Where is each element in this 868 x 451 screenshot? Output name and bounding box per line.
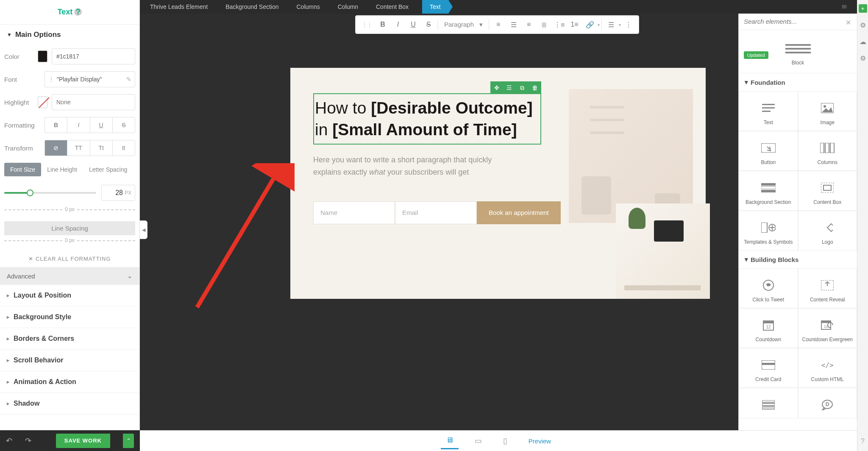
tb-italic-button[interactable]: I xyxy=(390,17,406,32)
transform-none-button[interactable]: ⊘ xyxy=(45,140,67,156)
move-icon[interactable]: ✥ xyxy=(490,81,503,94)
cloud-strip-icon[interactable]: ☁ xyxy=(860,38,866,46)
heading-text[interactable]: How to [Desirable Outcome]in [Small Amou… xyxy=(315,97,533,140)
paragraph-dropdown[interactable]: Paragraph ▾ xyxy=(440,21,487,28)
crumb-bg-section[interactable]: Background Section xyxy=(221,3,283,10)
accordion-scroll[interactable]: ▸Scroll Behavior xyxy=(0,350,139,371)
elem-templates[interactable]: Templates & Symbols xyxy=(739,211,798,251)
close-search-icon[interactable]: ✕ xyxy=(846,19,851,27)
duplicate-icon[interactable]: ⧉ xyxy=(516,81,529,94)
italic-button[interactable]: I xyxy=(67,117,89,133)
elem-more-2[interactable]: D xyxy=(798,388,857,418)
clear-formatting-button[interactable]: ✕ CLEAR ALL FORMATTING xyxy=(0,251,139,267)
tab-font-size[interactable]: Font Size xyxy=(4,163,41,176)
strike-button[interactable]: S xyxy=(112,117,135,133)
list-ol-icon[interactable]: 1≡ xyxy=(567,17,582,32)
collapse-panel-button[interactable]: ◀ xyxy=(140,220,147,239)
crumb-content-box[interactable]: Content Box xyxy=(372,3,413,10)
save-dropdown-button[interactable]: ⌃ xyxy=(123,434,134,448)
cta-button[interactable]: Book an appointment xyxy=(477,201,561,224)
block-element[interactable]: Block xyxy=(739,30,857,71)
align-center-icon[interactable]: ☰ xyxy=(506,17,521,32)
highlight-input[interactable] xyxy=(52,94,135,110)
accordion-layout[interactable]: ▸Layout & Position xyxy=(0,285,139,306)
elem-custom-html[interactable]: </>Custom HTML xyxy=(798,348,857,388)
mail-icon[interactable]: ✉ xyxy=(837,3,851,10)
align-justify-icon[interactable]: ≣ xyxy=(537,17,552,32)
accordion-shadow[interactable]: ▸Shadow xyxy=(0,393,139,415)
tb-underline-button[interactable]: U xyxy=(406,17,421,32)
highlight-swatch[interactable] xyxy=(38,96,47,108)
accordion-borders[interactable]: ▸Borders & Corners xyxy=(0,328,139,350)
tb-strike-button[interactable]: S xyxy=(421,17,436,32)
tb-bold-button[interactable]: B xyxy=(375,17,390,32)
elem-bg-section[interactable]: Background Section xyxy=(739,171,798,211)
elem-logo[interactable]: Logo xyxy=(798,211,857,251)
mobile-view-icon[interactable]: ▯ xyxy=(498,433,512,449)
svg-text:D: D xyxy=(826,401,829,407)
tablet-view-icon[interactable]: ▭ xyxy=(470,433,487,449)
name-input[interactable] xyxy=(313,201,395,224)
align-left-icon[interactable]: ≡ xyxy=(491,17,506,32)
desktop-view-icon[interactable]: 🖥 xyxy=(441,432,459,449)
transform-lower-button[interactable]: tt xyxy=(112,140,135,156)
save-element-icon[interactable]: ☰ xyxy=(503,81,516,94)
settings-strip-icon[interactable]: ⚙ xyxy=(860,21,866,29)
font-size-slider[interactable] xyxy=(4,192,96,194)
color-input[interactable] xyxy=(52,48,135,64)
tab-line-height[interactable]: Line Height xyxy=(41,163,83,176)
elem-text[interactable]: Text xyxy=(739,91,798,131)
crumb-thrive[interactable]: Thrive Leads Element xyxy=(146,3,212,10)
font-input[interactable]: ⋮"Playfair Display"✎ xyxy=(45,71,135,87)
grip-icon[interactable]: ⋮⋮ xyxy=(358,21,375,28)
foundation-header[interactable]: ▾Foundation xyxy=(739,73,857,91)
redo-icon[interactable]: ↷ xyxy=(25,436,31,445)
main-options-header[interactable]: ▼Main Options xyxy=(0,25,139,45)
elem-columns[interactable]: Columns xyxy=(798,131,857,171)
database-icon[interactable]: ☰ xyxy=(604,17,619,32)
transform-capitalize-button[interactable]: Tt xyxy=(90,140,112,156)
elem-click-tweet[interactable]: Click to Tweet xyxy=(739,268,798,308)
list-ul-icon[interactable]: ⋮≡ xyxy=(552,17,567,32)
elem-countdown-evergreen[interactable]: 12Countdown Evergreen xyxy=(798,308,857,348)
search-elements-input[interactable] xyxy=(744,18,852,25)
line-spacing-row[interactable]: Line Spacing xyxy=(4,221,135,235)
help-strip-icon[interactable]: ? xyxy=(861,437,865,445)
crumb-columns[interactable]: Columns xyxy=(292,3,324,10)
editor-canvas[interactable]: ✥ ☰ ⧉ 🗑 How to [Desirable Outcome]in [Sm… xyxy=(290,68,706,299)
font-size-input[interactable]: 28PX xyxy=(101,185,135,201)
save-work-button[interactable]: SAVE WORK xyxy=(56,434,110,448)
elem-button[interactable]: Button xyxy=(739,131,798,171)
accordion-background[interactable]: ▸Background Style xyxy=(0,306,139,328)
help-icon[interactable]: ? xyxy=(74,8,82,16)
preview-button[interactable]: Preview xyxy=(523,434,556,448)
transform-upper-button[interactable]: TT xyxy=(67,140,89,156)
align-right-icon[interactable]: ≡ xyxy=(521,17,537,32)
footer-bar: 🖥 ▭ ▯ Preview xyxy=(140,430,857,451)
advanced-toggle[interactable]: Advanced⌄ xyxy=(0,267,139,285)
color-swatch[interactable] xyxy=(38,50,47,62)
building-blocks-header[interactable]: ▾Building Blocks xyxy=(739,251,857,268)
description-text[interactable]: Here you want to write a short paragraph… xyxy=(313,154,504,178)
crumb-column[interactable]: Column xyxy=(334,3,362,10)
accordion-animation[interactable]: ▸Animation & Action xyxy=(0,371,139,393)
more-icon[interactable]: ⋮ xyxy=(621,17,636,32)
elem-content-box[interactable]: Content Box xyxy=(798,171,857,211)
elem-image[interactable]: Image xyxy=(798,91,857,131)
undo-icon[interactable]: ↶ xyxy=(6,436,12,445)
delete-icon[interactable]: 🗑 xyxy=(529,81,541,94)
pencil-icon[interactable]: ✎ xyxy=(126,76,131,83)
elem-more-1[interactable] xyxy=(739,388,798,418)
link-icon[interactable]: 🔗 xyxy=(582,17,598,32)
add-element-icon[interactable]: + xyxy=(859,4,867,13)
elem-credit-card[interactable]: Credit Card xyxy=(739,348,798,388)
underline-button[interactable]: U xyxy=(90,117,112,133)
selected-text-element[interactable]: ✥ ☰ ⧉ 🗑 How to [Desirable Outcome]in [Sm… xyxy=(313,93,541,145)
email-input[interactable] xyxy=(395,201,477,224)
gear-strip-icon[interactable]: ⚙ xyxy=(860,54,866,62)
tab-letter-spacing[interactable]: Letter Spacing xyxy=(83,163,133,176)
bold-button[interactable]: B xyxy=(45,117,67,133)
elem-countdown[interactable]: 12Countdown xyxy=(739,308,798,348)
crumb-text[interactable]: Text xyxy=(422,0,448,14)
elem-content-reveal[interactable]: Content Reveal xyxy=(798,268,857,308)
